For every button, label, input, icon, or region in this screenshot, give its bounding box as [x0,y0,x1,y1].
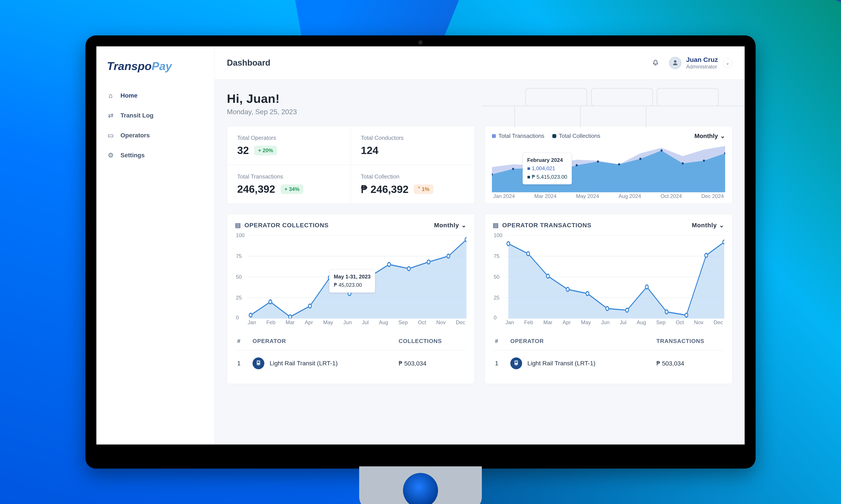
monitor-camera [418,40,423,44]
col-header: OPERATOR [253,338,399,344]
svg-point-51 [705,253,708,257]
collections-period-dropdown[interactable]: Monthly ⌄ [434,221,466,229]
sidebar-item-label: Settings [120,152,144,159]
swap-icon: ⇄ [107,111,114,119]
svg-point-49 [665,310,668,314]
collections-x-axis: JanFeb MarApr MayJun JulAug SepOct NovDe… [235,319,466,325]
stat-label: Total Conductors [361,134,464,141]
user-role: Administrator [686,64,718,70]
svg-point-48 [646,285,648,289]
legend-dot-icon [492,134,496,138]
stat-chip: + 34% [280,184,304,194]
transactions-panel: ▤ OPERATOR TRANSACTIONS Monthly ⌄ 100 75… [485,214,732,384]
col-header: TRANSACTIONS [656,338,722,344]
app-logo: TranspoPay [96,59,214,86]
svg-point-42 [527,252,530,256]
stat-chip: ˅ 1% [414,184,433,194]
stat-chip: + 20% [254,146,277,155]
svg-point-34 [447,254,450,258]
svg-point-15 [660,149,663,151]
svg-point-11 [576,164,578,166]
panel-title: OPERATOR COLLECTIONS [244,222,329,229]
legend-collections: Total Collections [552,132,600,139]
receipt-icon: ▤ [493,221,499,229]
svg-point-46 [606,307,608,311]
svg-point-32 [407,267,410,271]
stat-total-collection: Total Collection ₱ 246,392 ˅ 1% [351,165,475,204]
svg-point-13 [618,163,620,165]
svg-point-52 [723,240,724,244]
svg-point-41 [507,242,510,246]
panel-title: OPERATOR TRANSACTIONS [502,222,591,229]
sidebar-item-home[interactable]: ⌂ Home [96,86,214,105]
sidebar-item-label: Home [120,92,138,99]
greeting-date: Monday, Sep 25, 2023 [227,108,732,116]
sidebar-item-label: Transit Log [120,112,154,119]
chevron-down-icon: ⌄ [461,221,466,229]
train-icon [510,357,522,369]
bell-icon [652,59,659,67]
svg-point-35 [465,237,466,241]
monitor-bezel: TranspoPay ⌂ Home ⇄ Transit Log ▭ Operat… [85,35,756,469]
transactions-chart[interactable]: 100 75 50 25 0 [493,235,724,319]
svg-point-33 [427,260,430,264]
overview-period-dropdown[interactable]: Monthly ⌄ [694,132,725,140]
sidebar-item-settings[interactable]: ⚙ Settings [96,145,214,165]
svg-point-27 [308,304,311,308]
stats-panel: Total Operators 32 + 20% Total Conductor… [227,126,475,204]
stat-total-transactions: Total Transactions 246,392 + 34% [227,165,351,204]
user-menu-button[interactable]: Juan Cruz Administrator ⌄ [669,56,732,70]
svg-point-8 [512,168,514,170]
ticket-icon: ▭ [107,131,114,139]
sidebar-item-transit-log[interactable]: ⇄ Transit Log [96,105,214,125]
page-title: Dashboard [227,58,270,68]
svg-point-12 [597,160,599,163]
col-header: # [237,338,253,344]
main-column: Dashboard Juan Cruz Administrator ⌄ [214,47,745,445]
greeting: Hi, Juan! [227,91,732,106]
content: Hi, Juan! Monday, Sep 25, 2023 Total Ope… [214,79,745,445]
home-icon: ⌂ [107,92,114,99]
chevron-down-icon: ⌄ [719,221,724,229]
svg-point-25 [269,300,272,304]
collections-panel: ▤ OPERATOR COLLECTIONS Monthly ⌄ 100 75 … [227,214,475,384]
gear-icon: ⚙ [107,151,114,159]
notification-bell-button[interactable] [651,58,660,68]
col-header: OPERATOR [510,338,656,344]
user-name: Juan Cruz [686,56,718,64]
logo-part2: Pay [152,60,172,72]
stat-value: 246,392 [237,183,275,195]
svg-point-50 [685,313,688,317]
transactions-x-axis: JanFeb MarApr MayJun JulAug SepOct NovDe… [493,319,724,325]
svg-point-47 [625,308,628,312]
transactions-period-dropdown[interactable]: Monthly ⌄ [692,221,724,229]
wallet-icon: ▤ [235,221,241,229]
sidebar-item-operators[interactable]: ▭ Operators [96,125,214,145]
stat-label: Total Collection [361,173,464,180]
svg-point-44 [566,287,569,291]
sidebar: TranspoPay ⌂ Home ⇄ Transit Log ▭ Operat… [96,47,214,445]
user-icon [671,59,679,67]
sidebar-item-label: Operators [120,132,150,139]
svg-point-45 [586,292,589,295]
screen: TranspoPay ⌂ Home ⇄ Transit Log ▭ Operat… [96,47,745,445]
overview-chart[interactable]: February 2024 ■ 1,004,021 ■ ₱ 5,415,023.… [492,140,725,192]
topbar: Dashboard Juan Cruz Administrator ⌄ [214,47,745,79]
logo-part1: Transpo [107,60,152,72]
chevron-down-icon: ⌄ [723,58,732,68]
table-row[interactable]: 1 Light Rail Transit (LRT-1) ₱ 503,034 [235,350,466,376]
overview-chart-tooltip: February 2024 ■ 1,004,021 ■ ₱ 5,415,023.… [522,153,572,184]
collections-chart-tooltip: May 1-31, 2023 ₱ 45,023.00 [329,269,375,293]
overview-chart-card: Total Transactions Total Collections Mon… [485,126,732,204]
svg-point-26 [289,315,292,319]
table-row[interactable]: 1 Light Rail Transit (LRT-1) ₱ 503,034 [493,350,724,376]
svg-point-43 [546,274,549,278]
skyline-decoration [214,79,745,132]
legend-transactions: Total Transactions [492,132,545,139]
collections-chart[interactable]: 100 75 50 25 0 [235,235,466,319]
chevron-down-icon: ⌄ [720,132,725,140]
stat-value: 124 [361,144,378,157]
col-header: COLLECTIONS [399,338,464,344]
svg-point-24 [249,313,252,317]
stat-value: ₱ 246,392 [361,183,409,195]
